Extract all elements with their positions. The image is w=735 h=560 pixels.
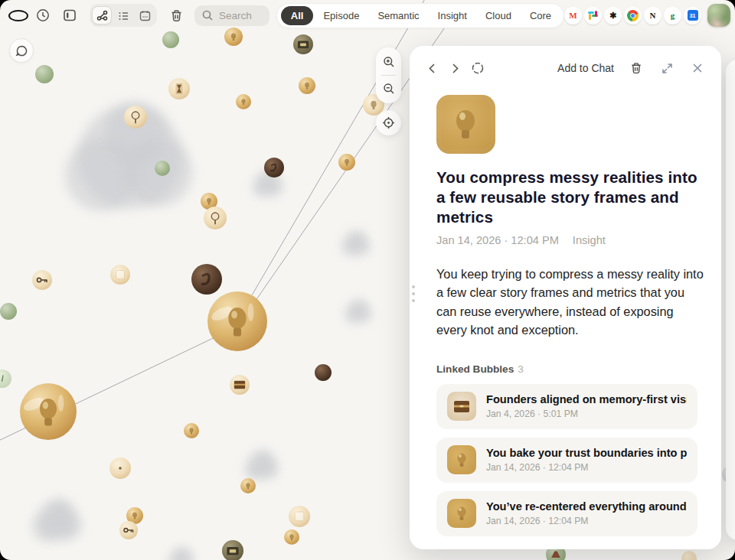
chat-button[interactable] [9, 38, 34, 63]
linked-bubble-timestamp: Jan 14, 2026 · 12:04 PM [486, 516, 687, 526]
memory-bubble[interactable] [191, 264, 222, 295]
search-icon [202, 10, 213, 21]
linked-bubble-card[interactable]: You’ve re-centered everything around a …… [436, 491, 697, 536]
memory-bubble[interactable] [289, 506, 310, 527]
graph-view-button[interactable] [92, 6, 112, 24]
app-screen: Search AllEpisodeSemanticInsightCloudCor… [0, 0, 735, 560]
memory-bubble[interactable] [222, 540, 243, 560]
panel-drag-handle[interactable] [412, 285, 415, 302]
linked-bubble-card[interactable]: Founders aligned on memory-first vision … [436, 384, 697, 429]
memory-bubble[interactable] [162, 31, 179, 48]
slack-app-icon[interactable] [584, 7, 602, 24]
memory-bubble[interactable] [119, 521, 138, 539]
memory-bubble[interactable] [284, 529, 299, 545]
linked-bubble-title: Founders aligned on memory-first vision [486, 393, 687, 405]
bubble-meta: Jan 14, 2026 · 12:04 PM Insight [436, 234, 695, 246]
forward-button[interactable] [445, 58, 465, 78]
add-to-chat-button[interactable]: Add to Chat [557, 62, 614, 74]
list-view-button[interactable] [113, 6, 133, 24]
search-placeholder: Search [219, 10, 252, 21]
bulb-icon [447, 445, 476, 474]
linked-bubbles-list: Founders aligned on memory-first vision … [436, 384, 695, 536]
app-logo-icon[interactable] [8, 5, 28, 25]
bubble-title: You compress messy realities into a few … [436, 168, 703, 227]
grammarly-app-icon[interactable]: g [664, 7, 681, 24]
stacked-panel-behind [726, 60, 735, 540]
memory-bubble[interactable] [315, 364, 332, 381]
expand-panel-button[interactable] [657, 58, 677, 78]
bubble-timestamp: Jan 14, 2026 · 12:04 PM [436, 234, 559, 246]
memory-bubble[interactable] [299, 77, 315, 94]
connected-app-icons: M✱Ng31 [564, 7, 701, 24]
memory-bubble[interactable] [230, 375, 250, 395]
delete-bubble-button[interactable] [626, 58, 646, 78]
memory-bubble[interactable] [0, 370, 11, 388]
linked-bubble-title: You’ve re-centered everything around a … [486, 500, 687, 513]
bubble-type-filters: AllEpisodeSemanticInsightCloudCore [276, 3, 564, 28]
memory-bubble[interactable] [155, 161, 170, 176]
filter-pill-all[interactable]: All [281, 6, 314, 25]
history-clock-icon[interactable] [33, 5, 53, 25]
close-panel-button[interactable] [688, 58, 707, 78]
memory-bubble[interactable] [681, 551, 697, 560]
chrome-app-icon[interactable] [624, 7, 642, 24]
memory-bubble[interactable] [124, 106, 147, 129]
bubble-description: You keep trying to compress a messy real… [436, 265, 704, 340]
panel-header: Add to Chat [410, 46, 721, 78]
memory-bubble[interactable] [204, 207, 227, 230]
back-button[interactable] [422, 58, 442, 78]
linked-bubble-timestamp: Jan 14, 2026 · 12:04 PM [486, 462, 687, 473]
linked-bubbles-header: Linked Bubbles3 [436, 363, 695, 375]
openai-app-icon[interactable]: ✱ [604, 7, 622, 24]
filter-pill-core[interactable]: Core [521, 6, 560, 25]
locate-icon [382, 116, 395, 129]
bubble-type-badge: Insight [573, 234, 606, 246]
memory-bubble[interactable] [35, 65, 54, 83]
top-toolbar: Search AllEpisodeSemanticInsightCloudCor… [0, 0, 735, 31]
linked-bubble-card[interactable]: You bake your trust boundaries into prod… [436, 438, 697, 483]
speech-bubble-icon [15, 44, 28, 57]
memory-bubble[interactable] [338, 154, 355, 171]
insight-bulb-icon [436, 95, 495, 154]
linked-bubbles-count: 3 [518, 363, 524, 375]
sidebar-panel-icon[interactable] [60, 5, 80, 25]
memory-bubble[interactable] [236, 94, 251, 109]
filter-pill-episode[interactable]: Episode [315, 6, 368, 25]
zoom-controls [376, 47, 401, 103]
trash-icon[interactable] [166, 5, 186, 25]
memory-chest-icon [447, 392, 476, 421]
filter-pill-cloud[interactable]: Cloud [477, 6, 520, 25]
memory-bubble[interactable] [0, 303, 17, 320]
linked-bubble-timestamp: Jan 4, 2026 · 5:01 PM [486, 409, 687, 419]
linked-bubble-title: You bake your trust boundaries into prod… [486, 447, 687, 459]
memory-bubble[interactable] [240, 478, 256, 493]
bubble-detail-panel: Add to Chat You compress mess [410, 46, 721, 549]
filter-pill-insight[interactable]: Insight [430, 6, 475, 25]
filter-pill-semantic[interactable]: Semantic [369, 6, 427, 25]
notion-app-icon[interactable]: N [644, 7, 662, 24]
calendar-view-button[interactable] [135, 6, 155, 24]
focus-on-graph-button[interactable] [468, 58, 488, 78]
view-switcher [90, 4, 157, 27]
linked-bubbles-label: Linked Bubbles [436, 363, 514, 375]
zoom-out-button[interactable] [376, 77, 401, 100]
bulb-icon [447, 499, 476, 528]
google-calendar-app-icon[interactable]: 31 [684, 7, 701, 24]
memory-bubble[interactable] [168, 78, 190, 99]
memory-bubble[interactable] [110, 265, 130, 285]
memory-bubble[interactable] [109, 457, 131, 479]
search-input[interactable]: Search [194, 5, 270, 26]
memory-bubble[interactable] [207, 291, 267, 351]
gmail-app-icon[interactable]: M [564, 7, 582, 24]
memory-bubble[interactable] [32, 270, 52, 290]
memory-clouds [33, 103, 371, 560]
memory-bubble[interactable] [264, 158, 284, 177]
memory-bubble[interactable] [20, 383, 77, 440]
zoom-in-button[interactable] [376, 50, 401, 73]
recenter-button[interactable] [376, 110, 401, 135]
memory-bubble[interactable] [184, 423, 199, 438]
memory-bubble[interactable] [293, 34, 313, 54]
panel-content: You compress messy realities into a few … [410, 78, 721, 536]
avatar[interactable] [707, 4, 730, 27]
